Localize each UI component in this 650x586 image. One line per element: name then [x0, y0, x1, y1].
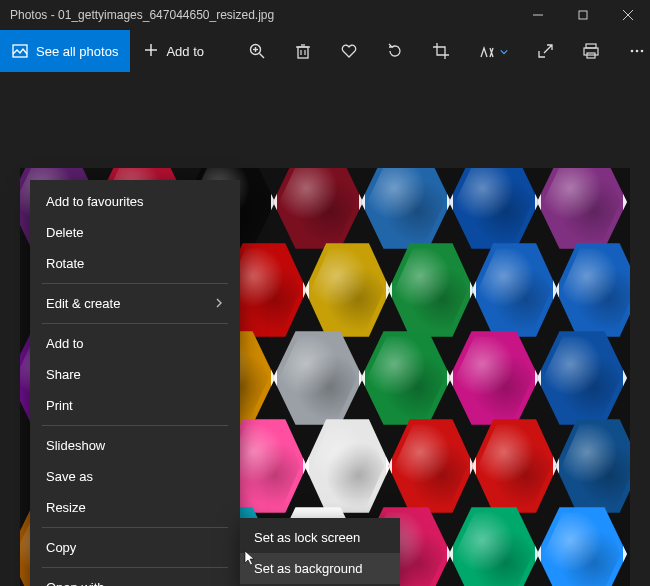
delete-icon[interactable]	[294, 42, 312, 60]
hex-cell	[537, 168, 627, 254]
context-menu-separator	[42, 283, 228, 284]
edit-draw-button[interactable]	[478, 42, 508, 60]
hex-cell	[449, 326, 539, 430]
submenu-item[interactable]: Set as lock screen	[240, 522, 400, 553]
zoom-icon[interactable]	[248, 42, 266, 60]
set-as-submenu: Set as lock screenSet as background	[240, 518, 400, 586]
submenu-label: Set as background	[254, 561, 362, 576]
context-menu-label: Edit & create	[46, 296, 120, 311]
context-menu-label: Open with	[46, 580, 105, 586]
toolbar: See all photos Add to	[0, 30, 650, 72]
favorite-icon[interactable]	[340, 42, 358, 60]
context-menu-item[interactable]: Edit & create	[30, 288, 240, 319]
hex-cell	[273, 326, 363, 430]
context-menu-separator	[42, 567, 228, 568]
hex-cell	[537, 502, 627, 586]
rotate-icon[interactable]	[386, 42, 404, 60]
hex-cell	[555, 238, 630, 342]
context-menu-label: Add to	[46, 336, 84, 351]
svg-rect-17	[584, 48, 598, 55]
context-menu: Add to favouritesDeleteRotateEdit & crea…	[30, 180, 240, 586]
context-menu-item[interactable]: Add to	[30, 328, 240, 359]
context-menu-label: Share	[46, 367, 81, 382]
hex-cell	[449, 502, 539, 586]
app-name: Photos	[10, 8, 47, 22]
context-menu-label: Rotate	[46, 256, 84, 271]
context-menu-label: Save as	[46, 469, 93, 484]
context-menu-item[interactable]: Save as	[30, 461, 240, 492]
hex-cell	[305, 414, 391, 518]
svg-point-19	[631, 50, 634, 53]
add-to-button[interactable]: Add to	[130, 30, 218, 72]
hex-cell	[388, 238, 474, 342]
context-menu-item[interactable]: Add to favourites	[30, 186, 240, 217]
context-menu-item[interactable]: Copy	[30, 532, 240, 563]
hex-cell	[449, 168, 539, 254]
hex-cell	[361, 326, 451, 430]
context-menu-separator	[42, 425, 228, 426]
submenu-item[interactable]: Set as background	[240, 553, 400, 584]
context-menu-label: Copy	[46, 540, 76, 555]
context-menu-item[interactable]: Print	[30, 390, 240, 421]
context-menu-item[interactable]: Open with	[30, 572, 240, 586]
draw-icon	[478, 42, 496, 60]
chevron-down-icon	[500, 44, 508, 59]
svg-point-20	[636, 50, 639, 53]
hex-cell	[555, 414, 630, 518]
title-bar: Photos - 01_gettyimages_647044650_resize…	[0, 0, 650, 30]
svg-point-21	[641, 50, 644, 53]
context-menu-separator	[42, 323, 228, 324]
submenu-label: Set as lock screen	[254, 530, 360, 545]
add-to-label: Add to	[166, 44, 204, 59]
toolbar-actions	[248, 42, 646, 60]
hex-cell	[361, 168, 451, 254]
hex-cell	[388, 414, 474, 518]
minimize-button[interactable]	[515, 0, 560, 30]
window-controls	[515, 0, 650, 30]
context-menu-label: Slideshow	[46, 438, 105, 453]
context-menu-label: Delete	[46, 225, 84, 240]
file-name: 01_gettyimages_647044650_resized.jpg	[58, 8, 274, 22]
see-all-label: See all photos	[36, 44, 118, 59]
context-menu-item[interactable]: Resize	[30, 492, 240, 523]
plus-icon	[144, 43, 158, 60]
photo-icon	[12, 43, 28, 59]
crop-icon[interactable]	[432, 42, 450, 60]
context-menu-item[interactable]: Share	[30, 359, 240, 390]
context-menu-separator	[42, 527, 228, 528]
hex-cell	[472, 238, 558, 342]
context-menu-label: Print	[46, 398, 73, 413]
see-all-photos-button[interactable]: See all photos	[0, 30, 130, 72]
context-menu-label: Add to favourites	[46, 194, 144, 209]
context-menu-label: Resize	[46, 500, 86, 515]
context-menu-item[interactable]: Delete	[30, 217, 240, 248]
hex-cell	[273, 168, 363, 254]
svg-rect-1	[579, 11, 587, 19]
print-icon[interactable]	[582, 42, 600, 60]
hex-cell	[537, 326, 627, 430]
close-button[interactable]	[605, 0, 650, 30]
context-menu-item[interactable]: Rotate	[30, 248, 240, 279]
share-icon[interactable]	[536, 42, 554, 60]
svg-line-8	[260, 54, 265, 59]
svg-rect-11	[298, 47, 308, 58]
chevron-right-icon	[214, 296, 224, 311]
hex-cell	[472, 414, 558, 518]
context-menu-item[interactable]: Slideshow	[30, 430, 240, 461]
hex-cell	[305, 238, 391, 342]
more-icon[interactable]	[628, 42, 646, 60]
window-title: Photos - 01_gettyimages_647044650_resize…	[10, 8, 515, 22]
maximize-button[interactable]	[560, 0, 605, 30]
